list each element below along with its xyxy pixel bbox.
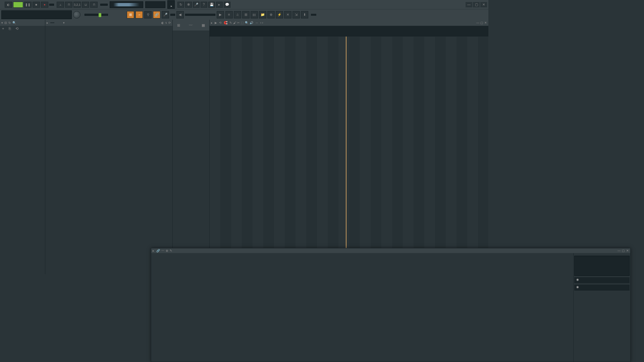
playlist-ruler[interactable] xyxy=(210,31,488,37)
pl-tool-select-icon[interactable]: ⬚ xyxy=(241,21,244,24)
pl-tool-playback-icon[interactable]: 🔊 xyxy=(250,21,253,24)
maximize-button[interactable]: ▢ xyxy=(473,2,480,7)
pl-max-icon[interactable]: ▢ xyxy=(480,21,483,24)
pl-magnet-icon[interactable]: 🧲 xyxy=(224,21,227,24)
menubar: ◐ ❚❚ ■ ● ▵ ⊓ 3,2,1 ⊔ ⊓ ▸ ↻ ✻ 🎤 ? 💾 ▸ 💬 —… xyxy=(0,0,488,9)
hint-panel xyxy=(1,10,72,19)
pl-tool-cut-icon[interactable]: ✂ xyxy=(237,21,240,24)
pattern-list xyxy=(173,31,209,274)
midi-icon[interactable]: 🎤 xyxy=(193,2,200,8)
loop-rec-icon[interactable]: ⊓ xyxy=(90,2,98,8)
typing-keyboard-icon[interactable]: ⊞ xyxy=(127,11,134,18)
pl-stretch-icon[interactable]: ↔ xyxy=(255,21,258,24)
save-icon[interactable]: 💾 xyxy=(208,2,215,8)
pattern-select[interactable] xyxy=(185,14,215,16)
browser-copy-icon[interactable]: ⎘ xyxy=(9,26,13,31)
pl-tool-zoom-icon[interactable]: 🔍 xyxy=(245,21,249,24)
cr-filter-select[interactable] xyxy=(50,22,54,23)
pp-auto-icon[interactable]: 〰 xyxy=(189,23,193,27)
view-pianoroll-icon[interactable]: ♫ xyxy=(234,11,241,18)
minimize-button[interactable]: — xyxy=(466,2,472,7)
channel-rack-header: ▸ ▾ ◐ ⫮ ⟳ xyxy=(45,20,172,26)
search-icon[interactable]: 🔍 xyxy=(12,21,16,24)
record-button[interactable]: ● xyxy=(41,2,48,8)
playlist-minimap[interactable] xyxy=(210,26,488,31)
cr-swing-icon[interactable]: ⟳ xyxy=(168,21,171,24)
cr-graph-icon[interactable]: ⫮ xyxy=(165,21,167,24)
view-mixer-icon[interactable]: ⫿⫿ xyxy=(251,11,258,18)
pause-button[interactable]: ❚❚ xyxy=(24,2,32,8)
link-remote-icon[interactable]: 🔗 xyxy=(153,11,160,18)
view-channelrack-icon[interactable]: ⊞ xyxy=(242,11,250,18)
pattern-next-icon[interactable]: ▶ xyxy=(217,11,224,18)
pattern-prev-icon[interactable]: ◀ xyxy=(176,11,184,18)
browser-add-icon[interactable]: + xyxy=(2,26,7,31)
mx-menu-icon[interactable]: ▸ xyxy=(153,249,154,252)
transport-controls: ◐ ❚❚ ■ ● xyxy=(5,2,54,8)
help-icon[interactable]: ? xyxy=(201,2,207,8)
mixer-strips xyxy=(151,253,488,274)
render-icon[interactable]: ▸ xyxy=(216,2,223,8)
pp-audio-icon[interactable]: ⊞ xyxy=(177,23,180,27)
playlist-header: ▸ ▶ ⟲ 🧲 ✎ 🖌 ✂ ⬚ 🔍 🔊 ↔ › › — ▢ ✕ xyxy=(210,20,488,26)
cr-knob-icon[interactable]: ◐ xyxy=(161,21,164,24)
browser-header: ▾ ⊟ ↻ 🔍 xyxy=(0,20,45,26)
playhead-marker xyxy=(346,37,346,274)
download-icon[interactable]: ⬇ xyxy=(301,11,308,18)
toolbar-secondary: ⊞ → ⚲ 🔗 🎤 ◀ ▶ ≡ ♫ ⊞ ⫿⫿ 📁 ⊕ ⚡ ✕ ⇲ ⬇ xyxy=(0,9,488,20)
mixer-titlebar: ▸ 🔗 〰 ⊕ ✎ — ▢ ✕ xyxy=(151,248,488,253)
metronome-icon[interactable]: ▵ xyxy=(57,2,64,8)
song-overview[interactable] xyxy=(110,1,143,8)
pl-sync-icon[interactable]: ⟲ xyxy=(219,21,222,24)
stop-button[interactable]: ■ xyxy=(33,2,40,8)
mx-rename-icon[interactable]: ✎ xyxy=(170,249,172,252)
cpu-memory-panel: ▸ xyxy=(167,0,175,9)
close-windows-icon[interactable]: ✕ xyxy=(284,11,291,18)
pl-tool-paint-icon[interactable]: 🖌 xyxy=(233,21,236,24)
browser-toolbar: + ⎘ ⟲ xyxy=(0,26,45,32)
song-mode-button[interactable] xyxy=(13,2,23,8)
mx-wave-icon[interactable]: 〰 xyxy=(161,249,164,252)
main-pitch-slider[interactable] xyxy=(85,14,108,16)
blend-icon[interactable]: ⊔ xyxy=(82,2,89,8)
pl-menu-icon[interactable]: ▸ xyxy=(211,21,213,24)
browser-back-icon[interactable]: ⟲ xyxy=(15,26,20,31)
time-display[interactable] xyxy=(100,4,108,6)
refresh-icon[interactable]: ↻ xyxy=(8,21,11,24)
close-button[interactable]: ✕ xyxy=(480,2,487,7)
pl-close-icon[interactable]: ✕ xyxy=(484,21,487,24)
arrange-icon[interactable]: ⇲ xyxy=(292,11,300,18)
history-icon[interactable]: ↻ xyxy=(177,2,184,8)
channel-rack-panel: ▸ ▾ ◐ ⫮ ⟳ xyxy=(45,20,173,274)
main-volume-knob[interactable] xyxy=(73,11,80,18)
version-label xyxy=(311,14,316,16)
tempo-display[interactable] xyxy=(49,4,54,6)
plugin-picker-icon[interactable]: ⊕ xyxy=(267,11,275,18)
pl-tool-draw-icon[interactable]: ✎ xyxy=(229,21,232,24)
collapse-icon[interactable]: ⊟ xyxy=(4,21,7,24)
mx-link-icon[interactable]: 🔗 xyxy=(156,249,160,252)
snap-select[interactable] xyxy=(170,14,175,16)
countdown-icon[interactable]: 3,2,1 xyxy=(73,2,81,8)
settings-icon[interactable]: ✻ xyxy=(185,2,192,8)
pl-min-icon[interactable]: — xyxy=(476,21,479,24)
tempo-tapper-icon[interactable]: ⚡ xyxy=(276,11,283,18)
news-icon[interactable]: 💬 xyxy=(224,2,230,8)
view-playlist-icon[interactable]: ≡ xyxy=(225,11,233,18)
pattern-picker-panel: ⊞ 〰 ▦ xyxy=(173,20,210,274)
browser-menu-icon[interactable]: ▾ xyxy=(1,21,3,24)
view-browser-icon[interactable]: 📁 xyxy=(259,11,266,18)
pp-pattern-icon[interactable]: ▦ xyxy=(202,23,205,27)
live-mode-icon[interactable]: 🎤 xyxy=(162,11,169,18)
cr-menu-icon[interactable]: ▸ xyxy=(47,21,48,24)
browser-list xyxy=(0,32,45,274)
link-icon[interactable]: ⚲ xyxy=(144,11,152,18)
step-edit-icon[interactable]: → xyxy=(136,11,143,18)
playlist-panel: ▸ ▶ ⟲ 🧲 ✎ 🖌 ✂ ⬚ 🔍 🔊 ↔ › › — ▢ ✕ xyxy=(210,20,488,274)
pat-song-knob[interactable]: ◐ xyxy=(5,2,12,8)
mx-plugin-icon[interactable]: ⊕ xyxy=(166,249,168,252)
pl-play-icon[interactable]: ▶ xyxy=(215,21,217,24)
wait-input-icon[interactable]: ⊓ xyxy=(65,2,72,8)
visualizer xyxy=(145,1,165,8)
playlist-tracks[interactable] xyxy=(210,37,488,274)
